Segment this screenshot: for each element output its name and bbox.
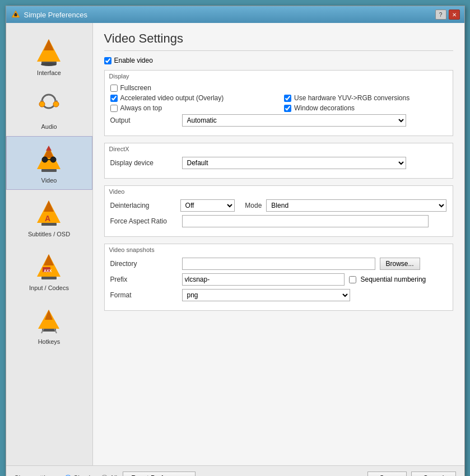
sidebar-item-subtitles-label: Subtitles / OSD <box>28 231 70 237</box>
enable-video-row: Enable video <box>104 57 453 64</box>
enable-video-checkbox[interactable] <box>104 57 111 64</box>
fullscreen-row: Fullscreen <box>110 84 447 92</box>
directx-section-title: DirectX <box>105 143 453 153</box>
prefix-label: Prefix <box>110 276 178 283</box>
audio-icon <box>32 88 66 122</box>
sidebar-item-hotkeys[interactable]: Hotkeys <box>6 297 92 351</box>
directx-section: DirectX Display device Default <box>104 143 453 179</box>
accelerated-label[interactable]: Accelerated video output (Overlay) <box>120 94 224 102</box>
svg-text:A: A <box>45 214 50 223</box>
output-select[interactable]: Automatic DirectX OpenGL <box>182 114 406 127</box>
directory-input[interactable] <box>182 258 375 270</box>
display-section-title: Display <box>105 71 453 81</box>
sidebar-item-input[interactable]: AXX Input / Codecs <box>6 244 92 297</box>
accelerated-row: Accelerated video output (Overlay) <box>110 94 273 102</box>
force-aspect-label: Force Aspect Ratio <box>110 217 178 225</box>
always-on-top-label[interactable]: Always on top <box>120 104 162 112</box>
window-decorations-checkbox[interactable] <box>284 105 291 112</box>
deinterlacing-select[interactable]: Off On Auto <box>180 199 235 212</box>
display-device-select[interactable]: Default <box>182 157 406 169</box>
page-title: Video Settings <box>104 31 453 51</box>
bottom-right: Save Cancel <box>367 472 455 476</box>
snapshots-section-content: Directory Browse... Prefix Sequential nu… <box>105 254 453 310</box>
svg-marker-24 <box>44 254 54 265</box>
display-device-row: Display device Default <box>110 157 447 169</box>
help-button[interactable]: ? <box>435 10 446 20</box>
input-icon: AXX <box>32 250 66 283</box>
deinterlacing-row: Deinterlacing Off On Auto Mode Blend Bob… <box>110 199 447 212</box>
sidebar-item-interface[interactable]: Interface <box>6 29 92 82</box>
window-decorations-label[interactable]: Window decorations <box>294 104 355 112</box>
sidebar-item-input-label: Input / Codecs <box>29 284 69 291</box>
browse-button[interactable]: Browse... <box>380 258 420 270</box>
accel-hardware-row: Accelerated video output (Overlay) Use h… <box>110 94 447 104</box>
title-bar: Simple Preferences ? ✕ <box>6 6 464 23</box>
sidebar-item-interface-label: Interface <box>37 69 61 76</box>
sidebar-item-video[interactable]: Video <box>6 136 92 190</box>
svg-rect-21 <box>41 223 57 226</box>
use-hardware-label[interactable]: Use hardware YUV->RGB conversions <box>294 94 409 102</box>
display-device-label: Display device <box>110 159 178 167</box>
svg-rect-2 <box>15 13 16 15</box>
mode-label: Mode <box>245 202 262 209</box>
video-section-title: Video <box>105 186 453 196</box>
close-button[interactable]: ✕ <box>449 10 460 20</box>
sequential-label[interactable]: Sequential numbering <box>361 276 426 283</box>
top-decorations-row: Always on top Window decorations <box>110 104 447 114</box>
save-button[interactable]: Save <box>367 472 407 476</box>
format-label: Format <box>110 291 178 299</box>
always-on-top-checkbox[interactable] <box>110 105 118 112</box>
force-aspect-input[interactable] <box>182 215 429 227</box>
directory-row: Directory Browse... <box>110 258 447 270</box>
bottom-left: Show settings Simple All Reset Preferenc… <box>15 472 196 476</box>
fullscreen-checkbox[interactable] <box>110 85 118 92</box>
accelerated-checkbox[interactable] <box>110 95 118 102</box>
cancel-button[interactable]: Cancel <box>411 472 455 476</box>
format-select[interactable]: png jpg tiff <box>182 289 350 301</box>
window-title: Simple Preferences <box>24 11 87 19</box>
snapshots-section-title: Video snapshots <box>105 244 453 254</box>
sidebar-item-subtitles[interactable]: A Subtitles / OSD <box>6 190 92 244</box>
reset-button[interactable]: Reset Preferences <box>123 472 195 476</box>
svg-point-11 <box>53 101 59 107</box>
sidebar-item-audio-label: Audio <box>41 123 57 130</box>
sidebar-item-video-label: Video <box>41 177 57 184</box>
subtitles-icon: A <box>32 196 66 230</box>
title-bar-left: Simple Preferences <box>11 10 87 20</box>
display-section-content: Fullscreen Accelerated video output (Ove… <box>105 81 453 136</box>
hotkeys-icon <box>32 304 66 337</box>
use-hardware-checkbox[interactable] <box>284 95 291 102</box>
svg-rect-30 <box>42 329 56 332</box>
output-label: Output <box>110 116 178 124</box>
fullscreen-label[interactable]: Fullscreen <box>120 84 151 92</box>
use-hardware-row: Use hardware YUV->RGB conversions <box>284 94 447 102</box>
window-decorations-row: Window decorations <box>284 104 447 112</box>
directx-section-content: Display device Default <box>105 153 453 178</box>
video-icon <box>32 142 66 176</box>
snapshots-section: Video snapshots Directory Browse... Pref… <box>104 244 453 311</box>
svg-rect-14 <box>41 169 57 172</box>
svg-marker-20 <box>44 200 54 212</box>
sequential-checkbox[interactable] <box>349 276 356 283</box>
display-section: Display Fullscreen Accelerated video out… <box>104 70 453 136</box>
prefix-input[interactable] <box>182 273 345 286</box>
vlc-logo-icon <box>11 10 21 20</box>
interface-icon <box>32 35 66 68</box>
video-section-content: Deinterlacing Off On Auto Mode Blend Bob… <box>105 196 453 236</box>
svg-point-10 <box>39 101 45 107</box>
svg-marker-4 <box>44 39 54 50</box>
sidebar-item-audio[interactable]: Audio <box>6 82 92 136</box>
enable-video-label[interactable]: Enable video <box>114 57 153 64</box>
prefix-row: Prefix Sequential numbering <box>110 273 447 286</box>
main-window: Simple Preferences ? ✕ Int <box>6 6 465 476</box>
format-row: Format png jpg tiff <box>110 289 447 301</box>
svg-text:AXX: AXX <box>44 269 52 273</box>
mode-select[interactable]: Blend Bob Discard Linear Mean X <box>266 199 446 212</box>
output-row: Output Automatic DirectX OpenGL <box>110 114 447 127</box>
directory-label: Directory <box>110 260 178 268</box>
video-section: Video Deinterlacing Off On Auto Mode Ble… <box>104 185 453 237</box>
svg-point-16 <box>50 157 56 162</box>
force-aspect-row: Force Aspect Ratio <box>110 215 447 227</box>
deinterlacing-label: Deinterlacing <box>110 202 176 209</box>
always-on-top-row: Always on top <box>110 104 273 112</box>
